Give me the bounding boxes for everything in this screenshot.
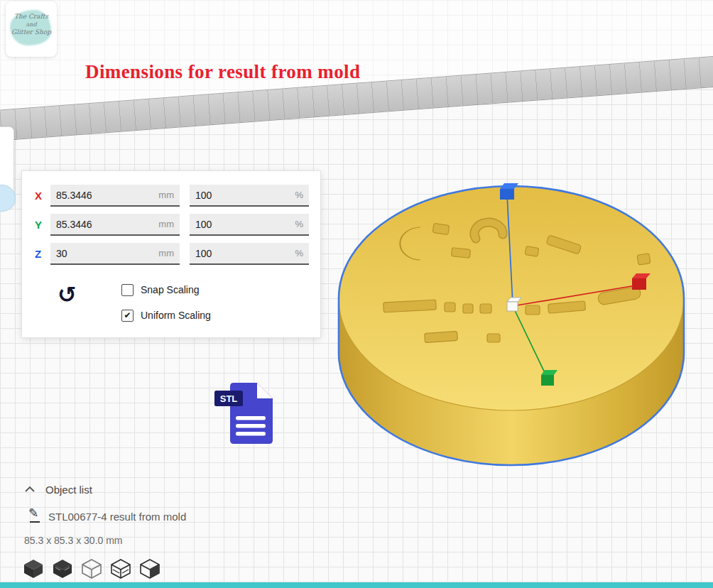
axis-x-label: X: [35, 190, 46, 202]
view-xray-icon[interactable]: [52, 558, 73, 579]
scale-z-mm-value: 30: [56, 248, 67, 259]
view-layers-icon[interactable]: [110, 558, 131, 579]
snap-scaling-checkbox[interactable]: [121, 284, 134, 296]
edit-pencil-icon[interactable]: ✎: [28, 507, 38, 519]
uniform-scaling-option[interactable]: ✔ Uniform Scaling: [121, 307, 211, 323]
reset-scale-icon[interactable]: ↺: [58, 283, 77, 306]
logo-line-1: The Crafts: [6, 13, 57, 21]
stl-file-icon: STL: [214, 381, 278, 446]
edit-pencil-underline: [30, 521, 40, 523]
object-list-header[interactable]: Object list: [45, 484, 92, 496]
snap-scaling-label: Snap Scaling: [141, 284, 200, 295]
logo-line-2: and: [6, 21, 57, 28]
scale-z-percent-value: 100: [195, 248, 212, 259]
logo-line-3: Glitter Shop: [6, 28, 57, 37]
scale-row-z: Z 30 mm 100 %: [35, 242, 310, 266]
bottom-accent-bar: [0, 582, 713, 588]
scale-y-mm-input[interactable]: 85.3446 mm: [50, 214, 180, 236]
scale-x-mm-value: 85.3446: [56, 190, 92, 201]
mold-3d-object[interactable]: [312, 163, 696, 483]
slicer-viewport: The Crafts and Glitter Shop Dimensions f…: [0, 0, 713, 588]
uniform-scaling-label: Uniform Scaling: [141, 310, 211, 321]
scale-x-percent-input[interactable]: 100 %: [190, 185, 309, 207]
scale-x-percent-unit: %: [295, 190, 303, 200]
scale-tool-panel: X 85.3446 mm 100 % Y 85.3446 mm 100 % Z: [21, 170, 321, 338]
scale-y-percent-input[interactable]: 100 %: [190, 214, 309, 236]
stl-document-fold: [257, 383, 273, 398]
scale-x-percent-value: 100: [195, 190, 212, 201]
axis-y-label: Y: [35, 219, 46, 231]
checkmark-icon: ✔: [124, 310, 131, 320]
scale-row-x: X 85.3446 mm 100 %: [35, 184, 310, 207]
scale-z-percent-unit: %: [295, 248, 303, 258]
object-list-item[interactable]: STL00677-4 result from mold: [48, 511, 186, 523]
logo-text: The Crafts and Glitter Shop: [6, 13, 57, 37]
uniform-scaling-checkbox[interactable]: ✔: [121, 310, 134, 322]
scale-y-mm-value: 85.3446: [56, 219, 92, 230]
scale-x-mm-unit: mm: [158, 190, 174, 200]
snap-scaling-option[interactable]: Snap Scaling: [121, 282, 200, 298]
scale-z-mm-unit: mm: [158, 248, 174, 258]
page-title: Dimensions for result from mold: [85, 61, 360, 83]
stl-label: STL: [220, 393, 238, 404]
scale-z-mm-input[interactable]: 30 mm: [50, 243, 180, 265]
scale-y-mm-unit: mm: [158, 219, 174, 229]
view-mode-toolbar: [23, 558, 160, 579]
scale-z-percent-input[interactable]: 100 %: [190, 243, 309, 265]
view-ghost-icon[interactable]: [81, 558, 102, 579]
shop-logo: The Crafts and Glitter Shop: [6, 1, 57, 57]
scale-x-mm-input[interactable]: 85.3446 mm: [50, 185, 180, 207]
object-dimensions: 85.3 x 85.3 x 30.0 mm: [24, 535, 123, 546]
object-list-collapse-icon[interactable]: [24, 486, 36, 493]
scale-y-percent-value: 100: [195, 219, 212, 230]
axis-z-label: Z: [35, 248, 46, 260]
view-cutaway-icon[interactable]: [139, 558, 160, 579]
scale-y-percent-unit: %: [295, 219, 303, 229]
view-solid-icon[interactable]: [23, 558, 44, 579]
scale-row-y: Y 85.3446 mm 100 %: [35, 213, 310, 236]
